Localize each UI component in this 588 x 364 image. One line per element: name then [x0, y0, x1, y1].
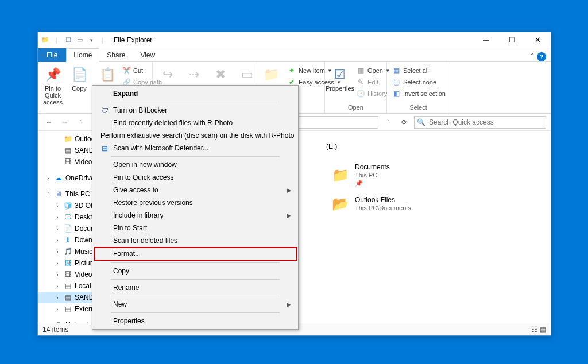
- rename-button[interactable]: ▭: [234, 63, 260, 86]
- expand-icon[interactable]: ›: [54, 283, 61, 289]
- pictures-icon: 🖼: [63, 258, 72, 268]
- expand-icon[interactable]: ›: [54, 237, 61, 243]
- forward-button[interactable]: →: [59, 116, 71, 129]
- menu-copy[interactable]: Copy: [94, 265, 297, 277]
- ribbon-group-select: ▦Select all ▢Select none ◧Invert selecti…: [387, 62, 450, 113]
- select-none-icon: ▢: [392, 78, 401, 87]
- expand-icon[interactable]: ›: [54, 272, 61, 278]
- maximize-button[interactable]: ☐: [499, 32, 525, 48]
- shield-icon: 🛡: [98, 104, 111, 116]
- collapse-icon[interactable]: ˅: [45, 191, 52, 198]
- menu-scan-deleted[interactable]: Scan for deleted files: [94, 234, 297, 247]
- menu-restore-previous[interactable]: Restore previous versions: [94, 196, 297, 209]
- menu-open-new-window[interactable]: Open in new window: [94, 158, 297, 171]
- pin-to-quick-button[interactable]: 📌 Pin to Quickaccess: [40, 63, 65, 108]
- menu-pin-quick[interactable]: Pin to Quick access: [94, 171, 297, 184]
- expand-icon[interactable]: ›: [54, 214, 61, 220]
- back-button[interactable]: ←: [42, 116, 55, 129]
- tab-share[interactable]: Share: [99, 48, 133, 62]
- paste-icon: 📋: [98, 65, 117, 84]
- context-menu: Expand 🛡Turn on BitLocker Find recently …: [92, 85, 299, 330]
- menu-separator: [111, 262, 280, 263]
- paste-button[interactable]: 📋: [93, 63, 118, 86]
- downloads-icon: ⬇: [63, 235, 72, 245]
- refresh-button[interactable]: ⟳: [398, 116, 411, 129]
- defender-icon: ⊞: [98, 142, 111, 154]
- minimize-button[interactable]: ─: [473, 32, 499, 48]
- music-icon: 🎵: [63, 247, 72, 256]
- close-button[interactable]: ✕: [525, 32, 551, 48]
- expand-icon[interactable]: ›: [54, 260, 61, 266]
- tab-home[interactable]: Home: [66, 48, 99, 62]
- menu-include-library[interactable]: Include in library▶: [94, 209, 297, 222]
- menu-give-access[interactable]: Give access to▶: [94, 184, 297, 196]
- search-box[interactable]: 🔍: [414, 116, 546, 129]
- copyto-icon: ⇢: [185, 65, 203, 84]
- expand-icon[interactable]: ›: [45, 175, 52, 181]
- search-input[interactable]: [428, 118, 543, 127]
- help-icon[interactable]: ?: [537, 52, 546, 61]
- submenu-arrow-icon: ▶: [287, 301, 291, 308]
- expand-icon[interactable]: ›: [54, 295, 61, 301]
- item-documents[interactable]: 📁 Documents This PC 📌: [331, 163, 451, 187]
- menu-format[interactable]: Format...: [94, 247, 297, 261]
- menu-expand[interactable]: Expand: [94, 87, 297, 100]
- submenu-arrow-icon: ▶: [287, 187, 291, 194]
- history-button[interactable]: 🕑History: [354, 88, 392, 99]
- group-open-label: Open: [327, 103, 384, 112]
- menu-separator: [111, 156, 280, 157]
- item-drive-e[interactable]: ▤ (E:): [302, 137, 423, 156]
- menu-find-deleted[interactable]: Find recently deleted files with R-Photo: [94, 117, 297, 129]
- recent-button[interactable]: ˅: [75, 116, 87, 129]
- qat-separator: |: [52, 35, 62, 45]
- drive-icon: ▤: [63, 293, 72, 302]
- folder-icon: 📁: [331, 165, 350, 185]
- expand-icon[interactable]: ›: [54, 226, 61, 232]
- expand-icon[interactable]: ›: [54, 306, 61, 312]
- history-icon: 🕑: [356, 89, 365, 98]
- menu-bitlocker[interactable]: 🛡Turn on BitLocker: [94, 104, 297, 117]
- new-folder-button[interactable]: 📁: [258, 63, 284, 86]
- tab-view[interactable]: View: [133, 48, 163, 62]
- item-outlook-files[interactable]: 📂 Outlook Files This PC\Documents: [331, 194, 451, 214]
- expand-icon[interactable]: ›: [45, 322, 52, 323]
- invert-icon: ◧: [392, 89, 401, 98]
- delete-button[interactable]: ✖: [208, 63, 233, 86]
- group-select-label: Select: [389, 103, 447, 112]
- menu-pin-start[interactable]: Pin to Start: [94, 222, 297, 234]
- qat-dropdown-icon[interactable]: ▾: [86, 35, 96, 45]
- copy-button[interactable]: 📄 Copy: [67, 63, 92, 94]
- new-folder-qat-icon[interactable]: ▭: [75, 35, 85, 45]
- edit-button[interactable]: ✎Edit: [354, 77, 392, 87]
- menu-defender[interactable]: ⊞Scan with Microsoft Defender...: [94, 142, 297, 154]
- collapse-ribbon-icon[interactable]: ˆ: [531, 53, 533, 61]
- titlebar: 📁 | ☐ ▭ ▾ | File Explorer ─ ☐ ✕: [38, 32, 551, 48]
- invert-selection-button[interactable]: ◧Invert selection: [389, 88, 448, 99]
- properties-button[interactable]: ☑ Properties: [327, 63, 353, 94]
- select-all-button[interactable]: ▦Select all: [389, 65, 448, 76]
- open-button[interactable]: ▥Open▾: [354, 65, 392, 76]
- expand-icon[interactable]: ›: [54, 203, 61, 209]
- new-item-icon: ✦: [287, 66, 296, 75]
- 3d-icon: 🧊: [63, 201, 72, 210]
- menu-properties[interactable]: Properties: [94, 315, 297, 327]
- large-icons-view-button[interactable]: ▤: [540, 326, 546, 334]
- properties-qat-icon[interactable]: ☐: [63, 35, 74, 45]
- window-title: File Explorer: [110, 36, 473, 44]
- address-dropdown[interactable]: ˅: [382, 116, 394, 129]
- menu-exhaustive[interactable]: Perform exhaustive search (disc scan) on…: [94, 129, 297, 142]
- copy-to-button[interactable]: ⇢: [181, 63, 207, 86]
- menu-rename[interactable]: Rename: [94, 281, 297, 294]
- menu-new[interactable]: New▶: [94, 298, 297, 311]
- details-view-button[interactable]: ☷: [531, 326, 537, 334]
- tab-file[interactable]: File: [38, 48, 66, 62]
- pin-badge-icon: 📌: [355, 179, 390, 187]
- menu-separator: [111, 296, 280, 296]
- folder-icon: 📂: [331, 194, 350, 214]
- item-count: 14 items: [42, 326, 68, 334]
- folder-icon: 📁: [40, 35, 51, 45]
- select-none-button[interactable]: ▢Select none: [389, 77, 448, 87]
- move-to-button[interactable]: ↪: [155, 63, 180, 86]
- expand-icon[interactable]: ›: [54, 249, 61, 255]
- ribbon-group-open: ☑ Properties ▥Open▾ ✎Edit 🕑History Open: [325, 62, 387, 113]
